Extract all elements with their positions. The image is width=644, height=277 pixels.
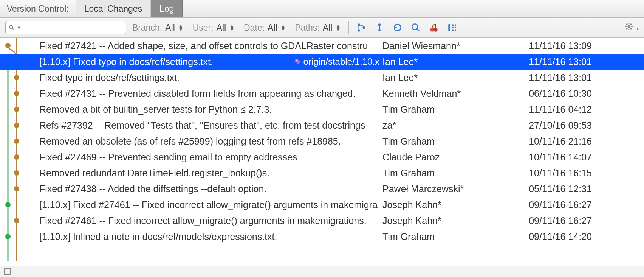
branch-tag: origin/stable/1.10.x: [294, 56, 379, 67]
svg-line-8: [417, 29, 420, 31]
cherry-pick-icon[interactable]: [429, 23, 439, 33]
commit-message: [1.10.x] Fixed typo in docs/ref/settings…: [39, 56, 382, 67]
commit-author: Joseph Kahn*: [382, 199, 518, 210]
svg-point-0: [9, 25, 13, 29]
chevron-down-icon[interactable]: ▼: [17, 25, 21, 30]
search-input[interactable]: [23, 23, 123, 32]
divider: [348, 21, 349, 34]
sort-icon: ▲▼: [280, 25, 286, 31]
commit-author: Paweł Marczewski*: [382, 184, 518, 195]
tab-log[interactable]: Log: [151, 0, 183, 17]
graph-cell: [0, 181, 39, 197]
commit-message: [1.10.x] Fixed #27461 -- Fixed incorrect…: [39, 199, 382, 210]
commit-row[interactable]: [1.10.x] Inlined a note in docs/ref/mode…: [0, 229, 644, 244]
commit-message: Fixed typo in docs/ref/settings.txt.: [39, 72, 382, 83]
graph-cell: [0, 133, 39, 149]
svg-point-12: [452, 24, 454, 26]
graph-cell: [0, 149, 39, 165]
commit-message: Refs #27392 -- Removed "Tests that", "En…: [39, 120, 382, 131]
commit-author: za*: [382, 120, 518, 131]
commit-row[interactable]: Fixed #27461 -- Fixed incorrect allow_mi…: [0, 213, 644, 229]
svg-point-5: [378, 23, 381, 26]
commit-message: [1.10.x] Inlined a note in docs/ref/mode…: [39, 231, 382, 242]
commit-date: 09/11/16 16:27: [518, 215, 599, 226]
commit-row[interactable]: Fixed #27431 -- Prevented disabled form …: [0, 86, 644, 101]
commit-row[interactable]: [1.10.x] Fixed typo in docs/ref/settings…: [0, 54, 644, 70]
commit-author: Daniel Wiesmann*: [382, 40, 518, 51]
commit-message: Fixed #27461 -- Fixed incorrect allow_mi…: [39, 215, 382, 226]
commit-row[interactable]: Fixed #27438 -- Added the diffsettings -…: [0, 181, 644, 197]
status-bar: [0, 266, 644, 277]
sort-icon: ▲▼: [178, 25, 184, 31]
commit-row[interactable]: Fixed typo in docs/ref/settings.txt.Ian …: [0, 70, 644, 86]
commit-author: Ian Lee*: [382, 56, 518, 67]
svg-point-16: [452, 29, 454, 31]
svg-point-14: [452, 27, 454, 28]
panel-title: Version Control:: [0, 0, 76, 17]
sort-icon: ▲▼: [229, 25, 235, 31]
log-search[interactable]: ▼: [5, 21, 126, 34]
tab-local-changes[interactable]: Local Changes: [76, 0, 151, 17]
intellisort-icon[interactable]: [356, 23, 366, 33]
svg-point-15: [455, 27, 456, 28]
commit-row[interactable]: Fixed #27421 -- Added shape, size, and o…: [0, 38, 644, 54]
commit-date: 27/10/16 09:53: [518, 120, 599, 131]
commit-row[interactable]: Refs #27392 -- Removed "Tests that", "En…: [0, 117, 644, 133]
svg-line-24: [630, 28, 632, 29]
graph-cell: [0, 54, 39, 70]
commit-message: Fixed #27438 -- Added the diffsettings -…: [39, 184, 382, 195]
highlight-icon[interactable]: [447, 23, 457, 33]
refresh-icon[interactable]: [393, 23, 402, 33]
svg-point-3: [358, 29, 360, 32]
graph-cell: [0, 70, 39, 86]
commit-row[interactable]: Removed redundant DateTimeField.register…: [0, 165, 644, 181]
commit-author: Tim Graham: [382, 104, 518, 115]
commit-date: 11/11/16 13:01: [518, 56, 599, 67]
commit-row[interactable]: [1.10.x] Fixed #27461 -- Fixed incorrect…: [0, 197, 644, 213]
commit-author: Kenneth Veldman*: [382, 88, 518, 99]
commit-author: Joseph Kahn*: [382, 215, 518, 226]
commit-date: 09/11/16 16:27: [518, 199, 599, 210]
filter-paths[interactable]: Paths: All ▲▼: [295, 23, 341, 33]
svg-line-23: [626, 24, 627, 25]
toolbar-icons: [356, 23, 457, 33]
commit-author: Tim Graham: [382, 231, 518, 242]
version-control-tabs: Version Control: Local Changes Log: [0, 0, 644, 18]
commit-message: Removed an obsolete (as of refs #25999) …: [39, 136, 382, 147]
commit-message: Removed redundant DateTimeField.register…: [39, 168, 382, 179]
goto-icon[interactable]: [411, 23, 421, 33]
log-filter-toolbar: ▼ Branch: All ▲▼ User: All ▲▼ Date: All …: [0, 18, 644, 38]
graph-cell: [0, 213, 39, 229]
commit-date: 05/11/16 12:31: [518, 184, 599, 195]
svg-point-2: [358, 23, 360, 26]
commit-message: Removed a bit of builtin_server tests fo…: [39, 104, 382, 115]
graph-cell: [0, 229, 39, 244]
commit-date: 10/11/16 16:15: [518, 168, 599, 179]
commit-row[interactable]: Removed a bit of builtin_server tests fo…: [0, 101, 644, 117]
svg-point-7: [412, 24, 418, 30]
gear-icon[interactable]: ▼: [624, 22, 639, 33]
graph-cell: [0, 165, 39, 181]
commit-date: 11/11/16 13:09: [518, 40, 599, 51]
commit-list[interactable]: Fixed #27421 -- Added shape, size, and o…: [0, 38, 644, 266]
sort-icon: ▲▼: [335, 25, 341, 31]
filter-date[interactable]: Date: All ▲▼: [244, 23, 286, 33]
svg-point-42: [296, 60, 297, 61]
graph-cell: [0, 86, 39, 101]
graph-cell: [0, 38, 39, 54]
commit-author: Tim Graham: [382, 136, 518, 147]
frame-icon[interactable]: [4, 268, 11, 275]
commit-date: 09/11/16 14:20: [518, 231, 599, 242]
filter-user[interactable]: User: All ▲▼: [193, 23, 235, 33]
svg-point-17: [455, 29, 456, 31]
commit-row[interactable]: Fixed #27469 -- Prevented sending email …: [0, 149, 644, 165]
filter-branch[interactable]: Branch: All ▲▼: [132, 23, 184, 33]
search-icon: [9, 23, 15, 33]
commit-date: 10/11/16 14:07: [518, 152, 599, 163]
commit-message: Fixed #27431 -- Prevented disabled form …: [39, 88, 382, 99]
svg-point-10: [433, 28, 438, 32]
graph-cell: [0, 117, 39, 133]
commit-row[interactable]: Removed an obsolete (as of refs #25999) …: [0, 133, 644, 149]
collapse-icon[interactable]: [375, 23, 384, 33]
commit-date: 11/11/16 04:12: [518, 104, 599, 115]
